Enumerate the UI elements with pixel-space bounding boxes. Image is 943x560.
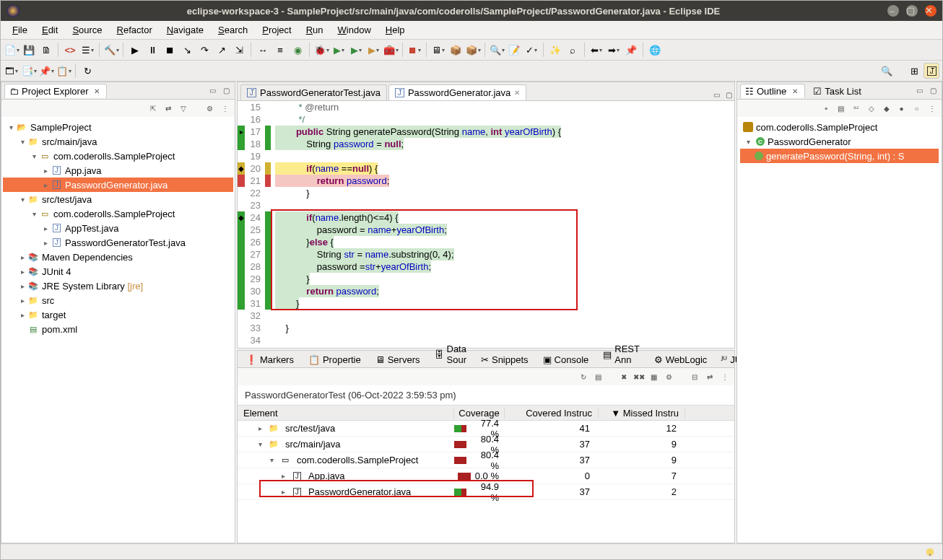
new-button[interactable]: 📄 [4,42,19,58]
tree-item[interactable]: ▸📁src [3,293,233,307]
col-covered[interactable]: Covered Instruc [505,408,599,419]
forward-button[interactable]: ➡ [606,42,622,58]
dropdown-icon[interactable]: 📑 [21,63,37,79]
open-perspective-icon[interactable]: ⊞ [906,63,922,79]
editor-maximize-button[interactable]: ▢ [723,89,734,100]
editor-tab[interactable]: 🄹PasswordGenerator.java✕ [388,84,526,100]
bottom-tab-console[interactable]: ▣Console [538,352,594,367]
tree-item[interactable]: ▸📚JUnit 4 [3,264,233,279]
link-editor-icon[interactable]: ⇄ [162,103,173,114]
task-icon[interactable]: ✓ [523,42,539,58]
outline-maximize-button[interactable]: ▢ [928,85,939,96]
search-icon[interactable]: 🔍 [489,42,505,58]
tree-item[interactable]: ▾📁src/main/java [3,134,233,149]
open-type-icon[interactable]: ⌕ [565,42,581,58]
instruction-step-icon[interactable]: ≡ [272,42,288,58]
menu-edit[interactable]: Edit [35,22,65,38]
browser-icon[interactable]: 🌐 [647,42,663,58]
pin-icon[interactable]: 📌 [38,63,54,79]
col-element[interactable]: Element [238,408,454,419]
quick-access-icon[interactable]: 🔍 [879,63,895,79]
drop-to-frame-icon[interactable]: ⇲ [231,42,247,58]
col-coverage[interactable]: Coverage [454,408,505,419]
new-server-icon[interactable]: 🖥 [430,42,446,58]
view-menu2-icon[interactable]: ⋮ [719,372,730,382]
menu-search[interactable]: Search [211,22,255,38]
tree-item[interactable]: ▾📂SampleProject [3,120,233,134]
gears-icon[interactable]: ⚙ [664,372,674,382]
tree-item[interactable]: ▸🄹PasswordGeneratorTest.java [3,235,233,250]
project-explorer-tab[interactable]: 🗀 Project Explorer ✕ [4,84,107,98]
relaunch-icon[interactable]: ↻ [578,372,588,382]
coverage-row[interactable]: ▸🄹PasswordGenerator.java94.9 %372 [238,484,734,500]
view-maximize-button[interactable]: ▢ [221,85,232,96]
window-maximize-button[interactable]: ▢ [906,5,918,17]
col-missed[interactable]: ▼ Missed Instru [599,408,685,419]
tree-item[interactable]: ▾▭com.coderolls.SampleProject [3,149,233,163]
menu-project[interactable]: Project [255,22,298,38]
run-last-button[interactable]: ▶ [365,42,381,58]
debug-button[interactable]: 🐞 [313,42,329,58]
outline-close-icon[interactable]: ✕ [789,86,800,97]
hide-fields-icon[interactable]: ◇ [866,103,877,114]
tree-item[interactable]: ▤pom.xml [3,322,233,336]
git-switch-icon[interactable]: <> [62,42,78,58]
outline-item[interactable]: com.coderolls.SampleProject [740,120,939,134]
build-button[interactable]: 🔨 [103,42,119,58]
coverage-run-icon[interactable]: ◉ [290,42,305,58]
menu-window[interactable]: Window [331,22,378,38]
save-all-button[interactable]: 🗎 [38,42,54,58]
back-button[interactable]: ⬅ [588,42,604,58]
hide-nonpublic-icon[interactable]: ● [896,103,907,114]
coverage-table[interactable]: Element Coverage Covered Instruc ▼ Misse… [238,405,734,543]
bottom-tab-weblogic[interactable]: ⚙WebLogic [649,352,713,367]
collapse-all-icon[interactable]: ⇱ [147,103,158,114]
tree-item[interactable]: ▾▭com.coderolls.SampleProject [3,206,233,221]
tree-item[interactable]: ▸🄹PasswordGenerator.java [3,178,233,192]
code-editor[interactable]: 15 * @return16 */▸17 public String gener… [238,101,734,348]
menu-file[interactable]: File [5,22,35,38]
server-stop-icon[interactable]: ⏹ [407,42,422,58]
remove-session-icon[interactable]: ✖ [618,372,629,382]
tree-item[interactable]: ▸🄹AppTest.java [3,221,233,235]
sort-icon[interactable]: ▤ [835,103,846,114]
outline-menu-icon[interactable]: ⋮ [926,103,937,114]
bottom-tab-snippets[interactable]: ✂Snippets [476,352,534,367]
hide-static-icon[interactable]: ◆ [881,103,892,114]
window-minimize-button[interactable]: － [887,5,899,17]
debug-pause-icon[interactable]: ⏸ [144,42,160,58]
menu-refactor[interactable]: Refactor [110,22,160,38]
coverage-row[interactable]: ▾▭com.coderolls.SampleProject80.4 %379 [238,452,734,468]
view-minimize-button[interactable]: ▭ [207,85,218,96]
tree-item[interactable]: ▾📁src/test/java [3,192,233,206]
outline-item[interactable]: generatePassword(String, int) : S [740,149,939,163]
view-menu-icon[interactable]: ⋮ [220,103,230,114]
az-icon[interactable]: ᵃᶻ [851,103,861,114]
external-tools-button[interactable]: 🧰 [383,42,399,58]
skip-breakpoints-icon[interactable]: ↔ [255,42,271,58]
java-perspective-button[interactable]: 🄹 [924,63,939,79]
package-icon[interactable]: 📦 [448,42,464,58]
restart-icon[interactable]: ↻ [79,63,95,79]
step-return-icon[interactable]: ↗ [214,42,230,58]
outline-tab[interactable]: ☷ Outline ✕ [740,84,805,98]
focus-icon[interactable]: ⚬ [820,103,831,114]
run-button[interactable]: ▶ [331,42,347,58]
bottom-tab-propertie[interactable]: 📋Propertie [303,352,366,367]
menu-navigate[interactable]: Navigate [160,22,211,38]
bottom-tab-markers[interactable]: ❗Markers [240,352,299,367]
link-icon[interactable]: ⇄ [704,372,715,382]
filter-icon[interactable]: ▽ [178,103,188,114]
outline-minimize-button[interactable]: ▭ [914,85,925,96]
tab-close-icon[interactable]: ✕ [91,86,102,97]
collapse-icon[interactable]: ⊟ [689,372,700,382]
debug-resume-icon[interactable]: ▶ [127,42,143,58]
window-close-button[interactable]: ✕ [925,5,937,17]
step-over-icon[interactable]: ↷ [196,42,212,58]
menu-source[interactable]: Source [65,22,109,38]
step-into-icon[interactable]: ↘ [179,42,195,58]
tasklist-tab[interactable]: ☑ Task List [808,84,866,98]
outline-item[interactable]: ▾CPasswordGenerator [740,134,939,149]
outline-toggle-icon[interactable]: ☰ [79,42,95,58]
remove-all-icon[interactable]: ✖✖ [633,372,644,382]
